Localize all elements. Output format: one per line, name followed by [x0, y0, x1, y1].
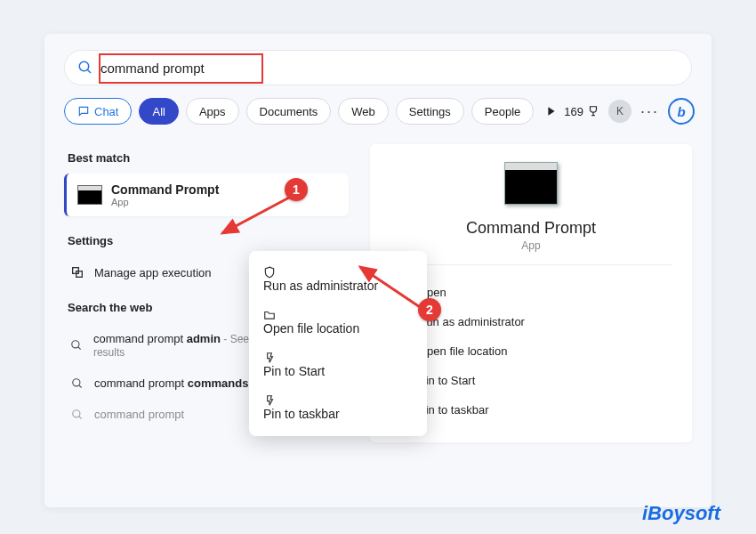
action-pin-start[interactable]: Pin to Start: [390, 366, 672, 395]
gear-icon: [69, 265, 85, 279]
filter-apps[interactable]: Apps: [186, 98, 239, 125]
pin-icon: [263, 394, 413, 407]
svg-point-4: [72, 341, 79, 348]
svg-line-1: [87, 69, 91, 73]
app-title: Command Prompt: [390, 219, 672, 238]
chat-label: Chat: [94, 105, 118, 118]
svg-point-0: [79, 61, 89, 71]
search-icon: [69, 377, 85, 390]
annotation-badge-2: 2: [418, 298, 441, 321]
svg-line-7: [79, 384, 82, 387]
ctx-run-admin[interactable]: Run as administrator: [253, 258, 423, 301]
folder-icon: [263, 309, 413, 321]
filter-people[interactable]: People: [471, 98, 534, 125]
cmd-icon: [77, 185, 102, 205]
app-subtitle: App: [390, 239, 672, 252]
search-input[interactable]: [101, 61, 679, 76]
rewards-points[interactable]: 169: [564, 105, 599, 118]
annotation-badge-1: 1: [285, 178, 308, 201]
search-window: Chat All Apps Documents Web Settings Peo…: [44, 34, 712, 507]
svg-point-8: [73, 409, 80, 417]
pin-icon: [263, 352, 413, 364]
svg-point-6: [73, 378, 80, 385]
shield-icon: [263, 266, 413, 279]
cmd-icon-large: [504, 162, 558, 205]
filter-documents[interactable]: Documents: [246, 98, 332, 125]
search-icon: [69, 409, 85, 421]
web-result-text: command prompt: [94, 408, 184, 421]
best-match-title: Command Prompt: [111, 182, 219, 197]
avatar[interactable]: K: [608, 100, 631, 123]
settings-header: Settings: [68, 234, 345, 247]
search-bar[interactable]: [64, 50, 692, 85]
ctx-pin-taskbar[interactable]: Pin to taskbar: [253, 386, 423, 429]
trophy-icon: [587, 105, 599, 117]
context-menu: Run as administrator Open file location …: [249, 251, 427, 436]
header-right: 169 K ··· b: [564, 98, 695, 125]
best-match-header: Best match: [68, 151, 345, 165]
settings-item-label: Manage app execution: [94, 266, 212, 279]
watermark: iBoysoft: [642, 502, 720, 525]
bing-icon[interactable]: b: [668, 98, 695, 125]
action-open-location[interactable]: Open file location: [390, 336, 672, 366]
search-icon: [69, 339, 84, 352]
filter-all[interactable]: All: [139, 98, 178, 125]
action-pin-taskbar[interactable]: Pin to taskbar: [390, 395, 672, 425]
ctx-pin-start[interactable]: Pin to Start: [253, 344, 423, 386]
more-icon[interactable]: ···: [640, 102, 659, 121]
overflow-arrow-icon[interactable]: [546, 106, 557, 117]
bing-chat-icon: [77, 105, 90, 117]
filter-settings[interactable]: Settings: [396, 98, 464, 125]
svg-line-5: [78, 347, 81, 350]
filter-web[interactable]: Web: [338, 98, 389, 125]
filter-row: Chat All Apps Documents Web Settings Peo…: [64, 98, 692, 125]
svg-line-9: [79, 416, 82, 418]
chat-pill[interactable]: Chat: [64, 98, 132, 125]
best-match-subtitle: App: [111, 197, 219, 207]
search-icon: [77, 60, 93, 76]
ctx-open-location[interactable]: Open file location: [253, 301, 423, 344]
web-result-text: command prompt commands: [94, 376, 248, 390]
